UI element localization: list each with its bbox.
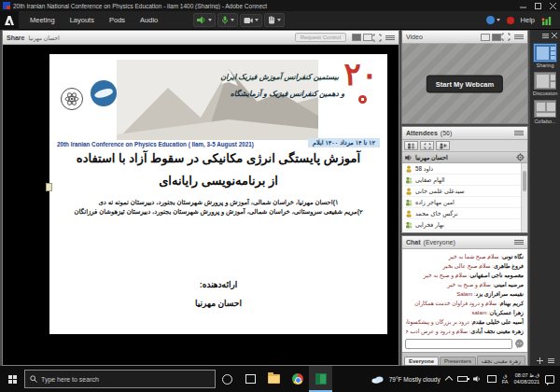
slide-title-line1: آموزش پایستگی انرژی مکانیکی در سقوط آزاد… [49,151,387,165]
participant-icon [405,165,413,173]
chat-message: مرضیه امینی: سلام و صبح به خیر [406,280,524,289]
attendee-row[interactable]: بهار فخرایی [402,219,527,231]
chat-message: معصومه ناجی اصفهانی: سلام و صبح به خیر [406,271,524,280]
attendees-toolbar [402,140,527,152]
attendee-row[interactable]: سیدعلی علمی خانی [402,186,527,197]
participant-icon [405,176,413,184]
excel-icon [315,373,327,385]
layouts-close-icon[interactable] [552,33,557,38]
send-message-icon[interactable] [514,339,525,349]
app-icon [3,2,10,9]
chat-tab-private[interactable]: زهره معینی نجف [477,356,525,365]
video-grid-icon[interactable] [481,34,490,41]
video-preview-area: Start My Webcam [402,44,527,123]
video-pod-menu-icon[interactable] [514,35,524,39]
start-button[interactable] [0,366,24,392]
chat-message: نگاه تونی: سلام صبح شما به خیر [406,252,524,261]
chat-pod-menu-icon[interactable] [514,240,524,245]
physics-society-logo [61,88,83,110]
excel-button[interactable] [309,366,332,392]
chat-tab-presenters[interactable]: Presenters [440,357,476,365]
attendee-row[interactable]: داود 58 [402,163,527,175]
chat-message: نفیسه سرافرازی یزد: Salam [406,289,524,299]
flower-icon [358,95,367,104]
minimize-button[interactable] [515,0,530,11]
volume-icon[interactable] [473,375,482,383]
language-indicator[interactable]: قFA [502,373,509,385]
weather-text[interactable]: 79°F Mostly cloudy [389,376,441,383]
webcam-button[interactable] [240,14,262,27]
connection-status-icon [541,16,553,25]
tray-expand-icon[interactable] [444,376,452,384]
chat-input-row [402,337,527,352]
microphone-icon [221,16,229,24]
add-layout-icon[interactable] [537,357,543,364]
layout-thumb-sharing[interactable] [534,44,556,62]
share-stage: ۲۰ بیستمین کنفرانس آموزش فیزیک ایران و د… [3,45,399,365]
speaker-button[interactable] [193,13,216,27]
maximize-button[interactable] [530,0,545,11]
menu-audio[interactable]: Audio [133,16,165,24]
fullscreen-icon[interactable] [372,34,382,42]
network-icon[interactable] [487,375,497,383]
cortana-icon [222,374,232,385]
help-menu[interactable]: Help [521,16,535,24]
close-button[interactable] [545,0,560,11]
taskbar-search[interactable]: Type here to search [24,370,216,388]
attendee-host-row[interactable]: احسان مهرنیا [402,152,527,163]
share-pod-menu-icon[interactable] [385,35,395,40]
raise-hand-button[interactable] [264,13,285,27]
start-webcam-button[interactable]: Start My Webcam [427,75,503,92]
action-center-icon[interactable] [545,375,554,384]
gear-icon[interactable] [516,153,525,161]
video-fullscreen-icon[interactable] [501,33,511,41]
request-control-button[interactable]: Request Control [295,33,346,42]
layout-options-icon[interactable] [548,357,554,364]
video-filmstrip-icon[interactable] [492,34,501,41]
attendee-expand-icon[interactable] [420,141,434,150]
chat-pod: Chat (Everyone) نگاه تونی: سلام صبح شما … [401,235,528,366]
attendee-row[interactable]: امین مهاجر زاده [402,197,527,208]
attendees-pod-title: Attendees [406,130,438,136]
banner-en-line: 20th Iranian Conference on Physics Educa… [57,141,254,147]
attendees-scrollbar[interactable] [521,163,527,232]
host-speaker-icon [405,154,413,161]
battery-icon[interactable] [457,376,468,382]
attendee-view-icon[interactable] [404,141,418,150]
chat-message: زهره معینی نجف آبادی: سلام و درود و عرض … [406,327,524,336]
layout-thumb-discussion[interactable] [534,72,556,90]
menu-layouts[interactable]: Layouts [63,16,102,24]
attendee-name: امین مهاجر زاده [415,199,455,205]
chrome-button[interactable] [286,366,309,392]
layouts-menu-icon[interactable] [542,33,549,39]
windows-taskbar: Type here to search 79°F Mostly cloudy ق… [0,366,560,392]
share-pod-header: Share احسان مهرنیا Request Control [3,31,399,45]
webcam-icon [244,17,253,24]
menu-pods[interactable]: Pods [102,16,133,24]
attendee-row[interactable]: الهام صفایی [402,175,527,186]
microphone-button[interactable] [217,13,238,27]
banner-fa-line1: بیستمین کنفرانس آموزش فیزیک ایران [220,73,339,81]
cortana-button[interactable] [216,366,239,392]
attendees-pod-menu-icon[interactable] [514,131,524,135]
system-tray: 79°F Mostly cloudy قFA 08:07 ق.ظ 04/08/2… [371,372,560,385]
attendee-row[interactable]: نرگس خاک محمد [402,208,527,219]
adobe-logo [0,11,19,30]
video-pod-title: Video [406,34,423,40]
chat-message-list: نگاه تونی: سلام صبح شما به خیر فروغ طاهر… [402,249,527,337]
share-view-icon[interactable] [352,34,361,41]
file-explorer-button[interactable] [262,366,286,392]
chat-tab-everyone[interactable]: Everyone [404,357,439,365]
add-attendee-icon[interactable] [436,141,450,150]
title-bar: 20th Iranian National Conference on Phys… [0,0,560,11]
task-view-button[interactable] [239,366,262,392]
menu-meeting[interactable]: Meeting [22,16,63,24]
participant-icon [405,188,413,195]
layout-thumb-collaboration[interactable] [534,100,556,118]
status-menu[interactable] [486,16,500,24]
chat-input[interactable] [405,339,512,349]
attendee-name: سیدعلی علمی خانی [415,188,465,194]
clock[interactable]: 08:07 ق.ظ 04/08/2021 [513,372,539,385]
presentation-slide: ۲۰ بیستمین کنفرانس آموزش فیزیک ایران و د… [49,54,387,334]
share-layout-icon[interactable] [363,34,372,41]
